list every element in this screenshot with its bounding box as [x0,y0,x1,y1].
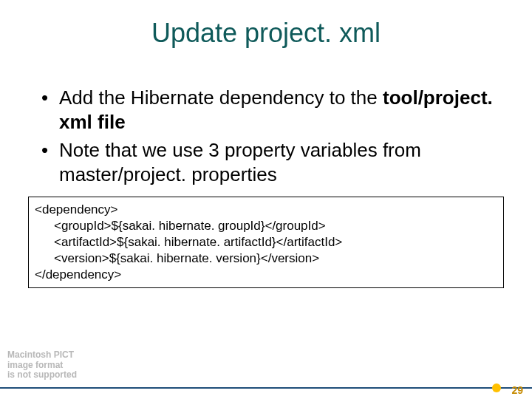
footer-dot-icon [492,383,501,392]
slide-body: Add the Hibernate dependency to the tool… [0,61,532,186]
bullet-item: Add the Hibernate dependency to the tool… [38,86,494,134]
placeholder-line: image format [7,361,77,370]
slide: Update project. xml Add the Hibernate de… [0,0,532,399]
bullet-text: Add the Hibernate dependency to the [59,86,383,109]
bullet-list: Add the Hibernate dependency to the tool… [38,86,494,186]
code-line: </dependency> [35,267,497,283]
code-line: <version>${sakai. hibernate. version}</v… [35,250,497,267]
code-line: <groupId>${sakai. hibernate. groupId}</g… [35,218,497,234]
placeholder-line: is not supported [7,370,77,380]
code-line: <artifactId>${sakai. hibernate. artifact… [35,234,497,250]
image-placeholder: Macintosh PICT image format is not suppo… [7,350,77,380]
placeholder-line: Macintosh PICT [7,350,77,360]
code-line: <dependency> [35,202,497,218]
slide-title: Update project. xml [0,0,532,61]
bullet-item: Note that we use 3 property variables fr… [38,138,494,186]
code-box: <dependency> <groupId>${sakai. hibernate… [28,197,504,288]
bullet-text: Note that we use 3 property variables fr… [59,139,421,185]
page-number: 29 [511,384,523,396]
footer-divider [0,387,532,389]
